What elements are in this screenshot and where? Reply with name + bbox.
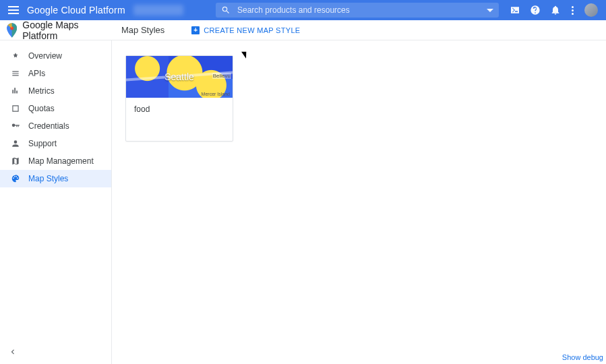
map-style-thumbnail: Seattle Bellevu Mercer Island bbox=[126, 56, 233, 98]
show-debug-link[interactable]: Show debug bbox=[562, 353, 603, 361]
search-input[interactable] bbox=[237, 5, 355, 15]
thumb-city-label: Seattle bbox=[164, 71, 194, 82]
sidebar-item-label: Credentials bbox=[28, 121, 69, 131]
content-area: Seattle Bellevu Mercer Island food bbox=[112, 40, 606, 364]
top-bar: Google Cloud Platform bbox=[0, 0, 606, 20]
page-title: Map Styles bbox=[121, 25, 164, 35]
quota-icon bbox=[11, 104, 20, 113]
list-icon bbox=[11, 69, 20, 78]
sidebar-item-label: Quotas bbox=[28, 104, 55, 113]
sidebar: Overview APIs Metrics Quotas Credentials… bbox=[0, 40, 112, 364]
account-avatar[interactable] bbox=[584, 3, 598, 17]
sidebar-item-label: APIs bbox=[28, 69, 45, 78]
chevron-down-icon[interactable] bbox=[487, 9, 493, 12]
project-selector-blurred[interactable] bbox=[133, 5, 183, 16]
palette-icon bbox=[11, 174, 20, 183]
sidebar-item-label: Map Styles bbox=[28, 174, 68, 183]
search-icon bbox=[221, 5, 231, 15]
maps-pin-icon bbox=[7, 23, 17, 38]
cloud-shell-icon[interactable] bbox=[510, 5, 520, 16]
sidebar-item-label: Map Management bbox=[28, 156, 94, 166]
brand-title: Google Cloud Platform bbox=[27, 5, 125, 16]
sidebar-item-overview[interactable]: Overview bbox=[0, 47, 111, 65]
sidebar-item-label: Overview bbox=[28, 51, 62, 61]
overview-icon bbox=[11, 51, 20, 61]
thumb-label-right: Bellevu bbox=[212, 73, 231, 79]
sidebar-item-support[interactable]: Support bbox=[0, 135, 111, 152]
sidebar-item-label: Support bbox=[28, 139, 57, 148]
plus-icon: + bbox=[191, 26, 200, 34]
sub-header: Google Maps Platform Map Styles + CREATE… bbox=[0, 20, 606, 40]
map-style-card-title: food bbox=[134, 104, 224, 114]
product-title: Google Maps Platform bbox=[22, 20, 112, 41]
person-icon bbox=[11, 139, 20, 148]
create-map-style-button[interactable]: + CREATE NEW MAP STYLE bbox=[191, 26, 300, 34]
sidebar-item-credentials[interactable]: Credentials bbox=[0, 117, 111, 135]
top-icon-group bbox=[510, 3, 601, 17]
map-icon bbox=[11, 156, 20, 166]
sidebar-item-label: Metrics bbox=[28, 86, 55, 96]
map-style-card[interactable]: Seattle Bellevu Mercer Island food bbox=[125, 55, 233, 142]
sidebar-item-map-management[interactable]: Map Management bbox=[0, 152, 111, 170]
sidebar-item-metrics[interactable]: Metrics bbox=[0, 82, 111, 100]
sidebar-collapse-button[interactable] bbox=[8, 347, 18, 359]
more-vert-icon[interactable] bbox=[570, 6, 575, 15]
mouse-cursor bbox=[241, 49, 249, 58]
main-shell: Overview APIs Metrics Quotas Credentials… bbox=[0, 40, 606, 364]
search-box[interactable] bbox=[216, 3, 499, 18]
notifications-icon[interactable] bbox=[550, 5, 561, 16]
key-icon bbox=[11, 121, 20, 131]
help-icon[interactable] bbox=[530, 5, 541, 16]
sidebar-item-apis[interactable]: APIs bbox=[0, 65, 111, 82]
sidebar-item-quotas[interactable]: Quotas bbox=[0, 100, 111, 117]
bar-chart-icon bbox=[11, 86, 20, 96]
chevron-left-icon bbox=[8, 347, 18, 357]
sidebar-item-map-styles[interactable]: Map Styles bbox=[0, 170, 111, 187]
menu-icon[interactable] bbox=[5, 3, 22, 17]
thumb-label-bottom: Mercer Island bbox=[202, 92, 230, 96]
create-map-style-label: CREATE NEW MAP STYLE bbox=[204, 26, 300, 34]
